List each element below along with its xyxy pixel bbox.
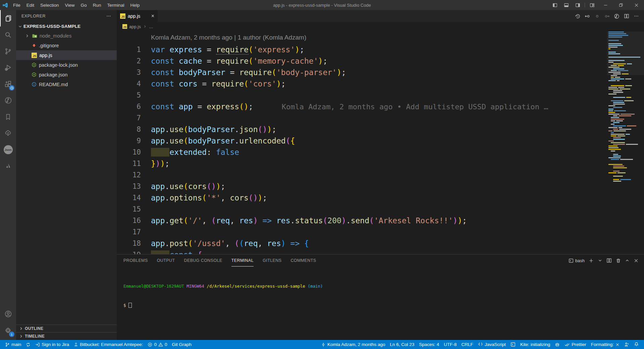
activity-git-history[interactable] [0,92,16,109]
breadcrumb[interactable]: JS app.js … [117,22,644,31]
split-editor[interactable] [622,12,631,21]
panel-tab-output[interactable]: OUTPUT [157,254,175,267]
problems-counts[interactable]: 00 [145,340,169,349]
code-line[interactable]: 11})); [117,158,644,169]
codelens-annotation[interactable]: Komla Adzam, 2 months ago | 1 author (Ko… [151,34,644,43]
next-change[interactable] [602,12,611,21]
cursor-position[interactable]: Ln 6, Col 23 [388,340,417,349]
activity-extensions[interactable] [0,76,16,92]
extension-indicator[interactable] [552,340,562,349]
code-line[interactable]: 19 const { [117,249,644,254]
menu-selection[interactable]: Selection [37,0,62,10]
menu-help[interactable]: Help [127,0,143,10]
close-panel[interactable] [634,258,639,263]
terminal-dropdown[interactable] [598,258,602,263]
panel-tab-problems[interactable]: PROBLEMS [123,254,148,267]
code-line[interactable]: 16app.get('/', (req, res) => res.status(… [117,215,644,226]
activity-explorer[interactable] [0,10,16,26]
menu-file[interactable]: File [10,0,23,10]
formatting-status[interactable]: Formatting: [589,340,622,349]
sync-status[interactable] [23,340,33,349]
menu-terminal[interactable]: Terminal [104,0,127,10]
minimize[interactable] [598,0,613,10]
line-blame[interactable]: Komla Adzam, 2 months ago [319,340,388,349]
git-graph[interactable]: Git Graph [169,340,194,349]
panel-tab-gitlens[interactable]: GITLENS [263,254,281,267]
code-line[interactable]: 4const cors = require('cors'); [117,78,644,90]
file-item-node-modules[interactable]: node_modules [16,31,117,41]
code-line[interactable]: 6const app = express();Komla Adzam, 2 mo… [117,101,644,112]
customize-layout[interactable] [586,0,598,10]
timeline[interactable] [573,12,582,21]
code-line[interactable]: 8app.use(bodyParser.json()); [117,124,644,135]
activity-todo-tree[interactable] [0,125,16,141]
previous-change[interactable] [583,12,592,21]
new-terminal[interactable] [589,258,594,263]
terminal-content[interactable]: Emmanuel@DESKTOP-1629AUT MINGW64 /d/Arke… [117,267,644,340]
menu-edit[interactable]: Edit [23,0,37,10]
encoding[interactable]: UTF-8 [441,340,459,349]
toggle-panel[interactable] [560,0,572,10]
code-line[interactable]: 9app.use(bodyParser.urlencoded({ [117,135,644,147]
project-root-folder[interactable]: EXPRESS-USSD-SAMPLE [16,22,117,31]
more-actions[interactable] [632,12,641,21]
code-line[interactable]: 7 [117,112,644,124]
activity-accounts[interactable] [0,306,16,322]
branch-status[interactable]: main [3,340,23,349]
code-line[interactable]: 3const bodyParser = require('body-parser… [117,67,644,78]
jira-signin[interactable]: Sign in to Jira [33,340,71,349]
split-terminal[interactable] [606,258,612,263]
file-item--gitignore[interactable]: .gitignore [16,41,117,50]
section-timeline[interactable]: TIMELINE [16,332,117,340]
menu-view[interactable]: View [62,0,78,10]
activity-bookmarks[interactable] [0,109,16,125]
indentation[interactable]: Spaces: 4 [417,340,441,349]
file-history[interactable] [612,12,621,21]
maximize-restore[interactable] [613,0,629,10]
file-item-readme-md[interactable]: README.md [16,79,117,89]
code-line[interactable]: 18app.post('/ussd', ((req, res) => { [117,238,644,249]
panel-tab-comments[interactable]: COMMENTS [290,254,316,267]
menu-go[interactable]: Go [78,0,90,10]
code-line[interactable]: 5 [117,90,644,101]
activity-json-tools[interactable]: Json [0,141,16,158]
breadcrumb-file[interactable]: app.js [129,24,141,29]
code-line[interactable]: 2const cache = require('memory-cache'); [117,55,644,67]
toggle-secondary-sidebar[interactable] [572,0,583,10]
code-line[interactable]: 13app.use(cors()); [117,181,644,192]
file-item-package-lock-json[interactable]: package-lock.json [16,60,117,70]
section-outline[interactable]: OUTLINE [16,325,117,332]
panel-tab-terminal[interactable]: TERMINAL [231,254,254,267]
panel-tab-debug-console[interactable]: DEBUG CONSOLE [184,254,222,267]
explorer-more-actions-icon[interactable] [106,13,111,19]
code-editor[interactable]: Komla Adzam, 2 months ago | 1 author (Ko… [117,31,644,254]
close-tab-icon[interactable]: × [151,13,154,19]
activity-settings[interactable]: 1 [0,322,16,339]
terminal-quick[interactable] [508,340,518,349]
activity-atlassian[interactable] [0,158,16,174]
bitbucket-account[interactable]: Bitbucket: Emmanuel Amtepee: [71,340,145,349]
kill-terminal[interactable] [616,258,621,263]
prettier[interactable]: Prettier [562,340,589,349]
toggle-primary-sidebar[interactable] [549,0,560,10]
code-line[interactable]: 17 [117,226,644,238]
notifications[interactable] [632,340,641,349]
file-item-app-js[interactable]: JSapp.js [16,50,117,60]
tab-appjs[interactable]: JS app.js × [117,10,158,22]
change-indicator[interactable] [593,12,602,21]
activity-search[interactable] [0,26,16,43]
minimap[interactable] [608,32,642,188]
terminal-profile[interactable]: bash [569,258,585,263]
eol[interactable]: CRLF [459,340,476,349]
activity-source-control[interactable] [0,43,16,59]
code-line[interactable]: 14app.options('*', cors()); [117,192,644,203]
feedback[interactable] [622,340,632,349]
kite-status[interactable]: Kite: initializing [518,340,552,349]
close-window[interactable] [629,0,644,10]
file-item-package-json[interactable]: package.json [16,70,117,79]
menu-run[interactable]: Run [90,0,104,10]
code-line[interactable]: 12 [117,169,644,181]
activity-run-debug[interactable] [0,59,16,76]
maximize-panel[interactable] [625,258,630,263]
breadcrumb-more[interactable]: … [149,24,153,29]
